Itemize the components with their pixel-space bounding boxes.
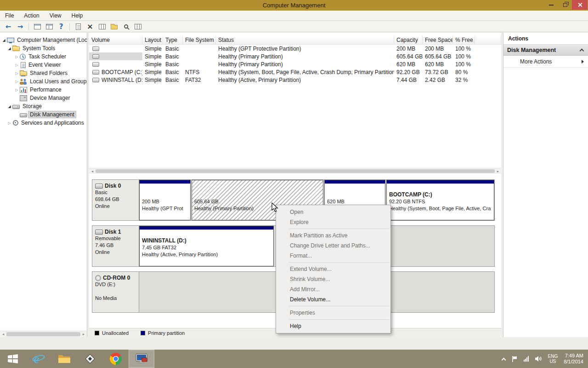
- system-tools-icon: [12, 46, 20, 51]
- taskbar-chrome[interactable]: [103, 350, 129, 368]
- tree-item-shared-folders[interactable]: Shared Folders: [0, 69, 87, 77]
- scrollbar-thumb[interactable]: [96, 169, 495, 173]
- primary-partition-color-swatch: [141, 331, 145, 335]
- context-menu-properties: Properties: [276, 308, 390, 318]
- properties-list-icon[interactable]: [96, 22, 107, 32]
- volume-list-horizontal-scrollbar[interactable]: [89, 168, 501, 174]
- tray-show-hidden-icons-icon[interactable]: [501, 357, 506, 362]
- collapsed-arrow-icon[interactable]: [14, 63, 20, 67]
- column-header-volume[interactable]: Volume: [89, 36, 142, 44]
- show-console-tree-icon[interactable]: [32, 22, 43, 32]
- export-list-icon[interactable]: [73, 22, 84, 32]
- toolbar-separator: [28, 23, 29, 30]
- tree-item-event-viewer[interactable]: Event Viewer: [0, 61, 87, 69]
- disk-0-label[interactable]: Disk 0 Basic 698.64 GB Online: [92, 180, 139, 220]
- menu-separator: [289, 229, 389, 229]
- collapsed-arrow-icon[interactable]: [6, 121, 12, 125]
- tree-item-storage[interactable]: Storage: [0, 102, 87, 110]
- scroll-left-arrow-icon[interactable]: [0, 331, 6, 337]
- disk-1-label[interactable]: Disk 1 Removable 7.46 GB Online: [92, 226, 139, 266]
- scroll-right-arrow-icon[interactable]: [80, 331, 87, 337]
- menu-help[interactable]: Help: [67, 12, 88, 19]
- column-header-file-system[interactable]: File System: [183, 36, 216, 44]
- collapsed-arrow-icon[interactable]: [14, 55, 20, 59]
- menu-separator: [289, 262, 389, 263]
- primary-partition-strip: [192, 180, 323, 184]
- menu-action[interactable]: Action: [19, 12, 44, 19]
- menu-view[interactable]: View: [45, 12, 67, 19]
- more-actions-item[interactable]: More Actions: [503, 56, 588, 68]
- context-menu-open: Open: [276, 207, 390, 217]
- start-button[interactable]: [0, 350, 26, 368]
- expanded-arrow-icon[interactable]: [6, 104, 12, 109]
- menu-file[interactable]: File: [0, 12, 19, 19]
- volume-row[interactable]: Simple Basic Healthy (GPT Protective Par…: [89, 45, 501, 52]
- split-pane-icon[interactable]: [44, 22, 55, 32]
- delete-icon[interactable]: [85, 22, 96, 32]
- tree-item-device-manager[interactable]: Device Manager: [0, 94, 87, 102]
- taskbar-computer-management-active[interactable]: [129, 350, 154, 368]
- column-header-free-space[interactable]: Free Space: [423, 36, 453, 44]
- disk-view-icon[interactable]: [132, 22, 143, 32]
- open-folder-icon[interactable]: [108, 22, 119, 32]
- context-menu-help[interactable]: Help: [276, 321, 390, 331]
- tree-item-task-scheduler[interactable]: Task Scheduler: [0, 52, 87, 61]
- forward-icon[interactable]: [15, 22, 26, 32]
- partition-wininstall[interactable]: WININSTALL (D:) 7.45 GB FAT32 Healthy (A…: [139, 226, 274, 266]
- taskbar-app-diamond[interactable]: [77, 350, 103, 368]
- column-header-pct-free[interactable]: % Free: [453, 36, 475, 44]
- partition-200mb[interactable]: 200 MB Healthy (GPT Prot: [139, 180, 191, 220]
- scrollbar-thumb[interactable]: [6, 332, 80, 336]
- context-menu-delete-volume[interactable]: Delete Volume...: [276, 294, 390, 305]
- titlebar[interactable]: Computer Management: [0, 0, 588, 11]
- volume-row-bootcamp[interactable]: BOOTCAMP (C:) Simple Basic NTFS Healthy …: [89, 68, 501, 76]
- tray-language-indicator[interactable]: ENG US: [548, 354, 558, 364]
- tree-item-performance[interactable]: Performance: [0, 86, 87, 94]
- tree-item-services-and-applications[interactable]: Services and Applications: [0, 119, 87, 127]
- window-bottom-strip: [0, 337, 588, 350]
- column-header-type[interactable]: Type: [163, 36, 183, 44]
- expanded-arrow-icon[interactable]: [6, 46, 12, 51]
- collapsed-arrow-icon[interactable]: [14, 88, 20, 92]
- tray-action-center-flag-icon[interactable]: [511, 356, 518, 362]
- column-header-layout[interactable]: Layout: [142, 36, 163, 44]
- tray-network-icon[interactable]: [524, 356, 529, 362]
- taskbar: e: [0, 350, 588, 368]
- tray-volume-icon[interactable]: [535, 356, 542, 362]
- column-header-capacity[interactable]: Capacity: [394, 36, 423, 44]
- collapsed-arrow-icon[interactable]: [14, 80, 20, 84]
- volume-row-selected[interactable]: Simple Basic Healthy (Primary Partition)…: [89, 52, 501, 60]
- tree-item-computer-management[interactable]: Computer Management (Local: [0, 36, 87, 44]
- close-button[interactable]: [572, 0, 588, 10]
- shared-folders-icon: [20, 71, 27, 76]
- actions-group-disk-management[interactable]: Disk Management: [503, 45, 588, 56]
- help-icon[interactable]: [56, 22, 67, 32]
- tray-clock[interactable]: 7:49 AM 8/1/2014: [564, 353, 583, 365]
- volume-row-wininstall[interactable]: WININSTALL (D:) Simple Basic FAT32 Healt…: [89, 76, 501, 84]
- restore-button[interactable]: [558, 0, 572, 10]
- tree-item-local-users-and-groups[interactable]: Local Users and Groups: [0, 77, 87, 86]
- find-icon[interactable]: [120, 22, 131, 32]
- column-header-status[interactable]: Status: [216, 36, 394, 44]
- context-menu-add-mirror: Add Mirror...: [276, 284, 390, 294]
- expanded-arrow-icon[interactable]: [1, 38, 7, 42]
- close-icon: [577, 2, 582, 7]
- tree-horizontal-scrollbar[interactable]: [0, 331, 87, 337]
- taskbar-file-explorer[interactable]: [51, 350, 77, 368]
- partition-bootcamp[interactable]: BOOTCAMP (C:) 92.20 GB NTFS Healthy (Sys…: [386, 180, 494, 220]
- restore-icon: [563, 3, 567, 7]
- tray-time: 7:49 AM: [564, 353, 583, 359]
- partition-context-menu: Open Explore Mark Partition as Active Ch…: [276, 205, 391, 334]
- tree-item-disk-management[interactable]: Disk Management: [0, 110, 87, 119]
- volume-row[interactable]: Simple Basic Healthy (Primary Partition)…: [89, 60, 501, 68]
- taskbar-internet-explorer[interactable]: e: [26, 350, 51, 368]
- tree-item-system-tools[interactable]: System Tools: [0, 44, 87, 52]
- collapsed-arrow-icon[interactable]: [14, 71, 20, 75]
- back-icon[interactable]: [3, 22, 14, 32]
- collapse-chevron-icon[interactable]: [580, 48, 584, 53]
- primary-partition-strip: [140, 226, 273, 230]
- diamond-app-icon: [83, 352, 97, 366]
- users-icon: [20, 79, 27, 85]
- cdrom-0-label[interactable]: CD-ROM 0 DVD (E:) No Media: [92, 272, 139, 312]
- minimize-button[interactable]: [544, 0, 558, 10]
